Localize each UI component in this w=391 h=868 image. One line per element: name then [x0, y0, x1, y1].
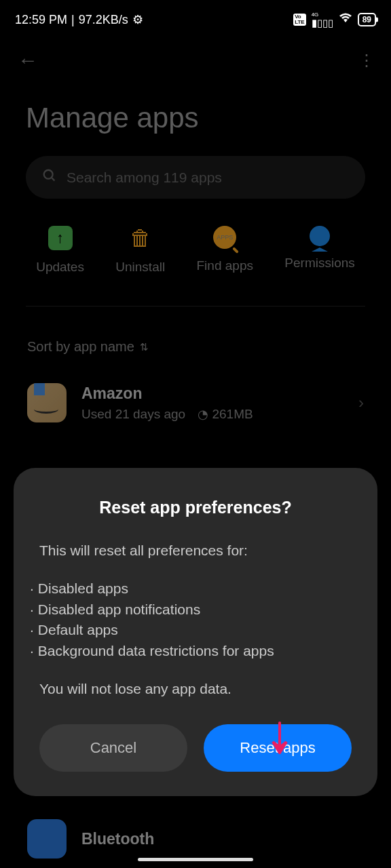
reset-dialog: Reset app preferences? This will reset a…: [14, 468, 377, 796]
quick-actions: ↑ Updates 🗑 Uninstall APPS Find apps Per…: [0, 199, 391, 306]
search-placeholder: Search among 119 apps: [67, 170, 222, 186]
magnifier-icon: APPS: [213, 226, 236, 249]
dialog-title: Reset app preferences?: [39, 498, 352, 517]
amazon-app-icon: [27, 383, 67, 422]
sort-arrows-icon: ⇅: [140, 341, 149, 353]
sort-selector[interactable]: Sort by app name ⇅: [0, 307, 391, 374]
updates-icon: ↑: [48, 226, 73, 250]
status-speed: 97.2KB/s: [79, 13, 128, 27]
dialog-item: Disabled apps: [39, 578, 352, 599]
dialog-item: Background data restrictions for apps: [39, 641, 352, 661]
status-bar: 12:59 PM | 97.2KB/s ⚙ VoLTE 4G▮▯▯▯ 89: [0, 0, 391, 33]
app-row-amazon[interactable]: Amazon Used 21 days ago ◔ 261MB ›: [0, 374, 391, 432]
permissions-button[interactable]: Permissions: [284, 226, 354, 275]
battery-icon: 89: [358, 13, 376, 26]
app-name: Bluetooth: [81, 830, 364, 848]
dialog-body: This will reset all preferences for: Dis…: [39, 540, 352, 700]
volte-icon: VoLTE: [293, 14, 306, 26]
chevron-right-icon: ›: [358, 393, 364, 412]
svg-point-0: [44, 170, 53, 179]
app-name: Amazon: [81, 384, 343, 403]
app-size: 261MB: [212, 407, 253, 421]
uninstall-button[interactable]: 🗑 Uninstall: [115, 226, 165, 275]
annotation-arrow-icon: [270, 722, 289, 761]
header: ← ⋮: [0, 33, 391, 83]
find-apps-button[interactable]: APPS Find apps: [197, 226, 253, 275]
permissions-icon: [310, 226, 330, 246]
updates-button[interactable]: ↑ Updates: [36, 226, 84, 275]
search-input[interactable]: Search among 119 apps: [26, 156, 365, 199]
page-title: Manage apps: [0, 83, 391, 156]
app-usage: Used 21 days ago: [81, 407, 185, 422]
status-time: 12:59 PM: [15, 13, 67, 27]
storage-icon: ◔: [198, 408, 208, 421]
search-icon: [42, 168, 57, 186]
dialog-item: Disabled app notifications: [39, 599, 352, 620]
signal-icon: 4G▮▯▯▯: [312, 12, 333, 28]
wifi-icon: [339, 13, 352, 27]
more-icon[interactable]: ⋮: [358, 51, 373, 70]
dialog-item: Default apps: [39, 620, 352, 640]
svg-line-1: [52, 178, 55, 181]
cancel-button[interactable]: Cancel: [39, 724, 187, 772]
bluetooth-app-icon: [27, 819, 67, 859]
nav-home-indicator[interactable]: [138, 858, 253, 861]
back-arrow-icon[interactable]: ←: [18, 49, 38, 72]
gear-icon: ⚙: [132, 12, 143, 27]
trash-icon: 🗑: [128, 226, 153, 250]
